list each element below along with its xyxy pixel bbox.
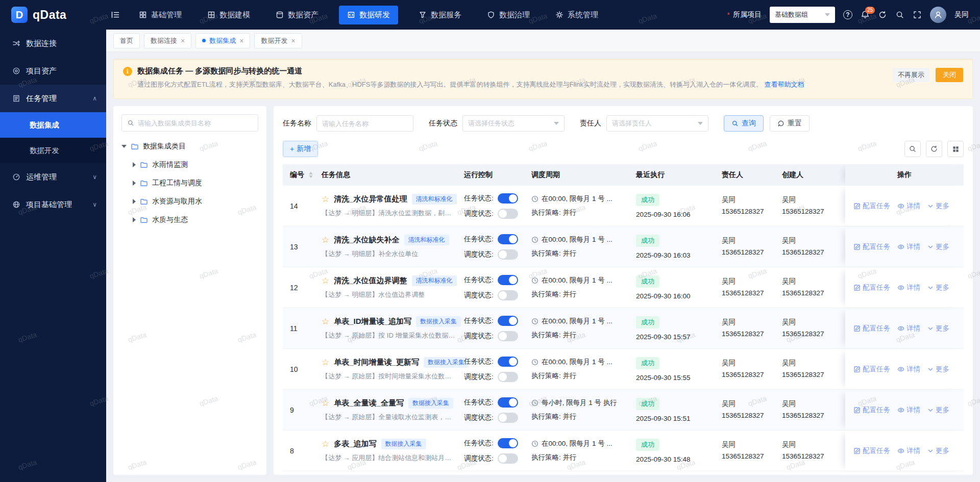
details-link[interactable]: 详情 <box>897 365 920 374</box>
topnav-item-data-assets[interactable]: 数据资产 <box>271 6 324 24</box>
sched-state-toggle[interactable] <box>498 331 518 341</box>
caret-collapsed-icon[interactable] <box>133 181 136 186</box>
close-icon[interactable]: × <box>291 37 295 45</box>
favorite-star-icon[interactable]: ☆ <box>322 275 329 286</box>
task-name[interactable]: 多表_追加写 <box>334 439 376 449</box>
close-banner-button[interactable]: 关闭 <box>936 68 963 82</box>
tab[interactable]: 首页 <box>113 33 140 48</box>
tree-node[interactable]: 工程工情与调度 <box>121 179 258 188</box>
topnav-item-system-mgmt[interactable]: 系统管理 <box>550 6 603 24</box>
sched-state-toggle[interactable] <box>498 372 518 382</box>
sched-state-toggle[interactable] <box>498 209 518 219</box>
details-link[interactable]: 详情 <box>897 324 920 333</box>
tree-root-node[interactable]: 数据集成类目 <box>121 142 258 151</box>
topnav-item-data-modeling[interactable]: 数据建模 <box>202 6 255 24</box>
favorite-star-icon[interactable]: ☆ <box>322 439 329 449</box>
tree-node[interactable]: 水资源与取用水 <box>121 197 258 206</box>
search-icon[interactable] <box>895 10 904 19</box>
task-name[interactable]: 清洗_水位缺失补全 <box>334 235 399 245</box>
sidebar-item-project-assets[interactable]: 项目资产 <box>0 57 106 85</box>
caret-collapsed-icon[interactable] <box>133 217 136 222</box>
close-icon[interactable]: × <box>239 37 243 45</box>
topnav-item-basic-mgmt[interactable]: 基础管理 <box>134 6 187 24</box>
table-refresh-icon[interactable] <box>926 141 942 157</box>
favorite-star-icon[interactable]: ☆ <box>322 194 329 205</box>
task-name[interactable]: 清洗_水位异常值处理 <box>334 194 407 204</box>
more-link[interactable]: 更多 <box>927 324 949 333</box>
task-state-toggle[interactable] <box>498 193 518 204</box>
sidebar-collapse-icon[interactable] <box>110 10 120 20</box>
caret-expanded-icon[interactable] <box>121 145 127 148</box>
configure-task-link[interactable]: 配置任务 <box>853 201 890 211</box>
sidebar-item-data-connection[interactable]: 数据连接 <box>0 30 106 57</box>
sched-state-toggle[interactable] <box>498 453 518 464</box>
sched-state-toggle[interactable] <box>498 290 518 300</box>
more-link[interactable]: 更多 <box>927 405 949 415</box>
details-link[interactable]: 详情 <box>897 405 920 415</box>
configure-task-link[interactable]: 配置任务 <box>853 283 890 292</box>
details-link[interactable]: 详情 <box>897 242 920 251</box>
avatar[interactable] <box>930 7 946 23</box>
sidebar-item-ops-management[interactable]: 运维管理 ∨ <box>0 163 106 191</box>
details-link[interactable]: 详情 <box>897 201 920 211</box>
sched-state-toggle[interactable] <box>498 413 518 423</box>
close-icon[interactable]: × <box>181 37 185 45</box>
notification-bell-icon[interactable]: 25 <box>861 10 870 19</box>
caret-collapsed-icon[interactable] <box>133 162 136 167</box>
task-state-toggle[interactable] <box>498 275 518 285</box>
favorite-star-icon[interactable]: ☆ <box>322 398 329 409</box>
tree-search-input[interactable] <box>138 119 253 127</box>
dismiss-button[interactable]: 不再展示 <box>893 68 929 82</box>
sched-state-toggle[interactable] <box>498 249 518 260</box>
task-status-select[interactable]: 请选择任务状态 <box>462 115 565 132</box>
task-name[interactable]: 清洗_水位值边界调整 <box>334 276 407 286</box>
sidebar-item-data-integration[interactable]: 数据集成 <box>0 112 106 138</box>
configure-task-link[interactable]: 配置任务 <box>853 242 890 251</box>
query-button[interactable]: 查询 <box>724 115 764 132</box>
task-name[interactable]: 单表_ID增量读_追加写 <box>334 317 411 326</box>
topnav-item-data-services[interactable]: 数据服务 <box>413 6 467 24</box>
project-select[interactable]: 基础数据组 <box>770 7 835 23</box>
add-task-button[interactable]: + 新增 <box>283 141 318 157</box>
details-link[interactable]: 详情 <box>897 446 920 455</box>
favorite-star-icon[interactable]: ☆ <box>322 235 329 245</box>
sidebar-item-project-basic-mgmt[interactable]: 项目基础管理 ∨ <box>0 191 106 218</box>
task-state-toggle[interactable] <box>498 397 518 408</box>
task-state-toggle[interactable] <box>498 357 518 367</box>
more-link[interactable]: 更多 <box>927 242 949 251</box>
fullscreen-icon[interactable] <box>913 10 922 19</box>
task-name-input[interactable] <box>316 115 413 132</box>
task-state-toggle[interactable] <box>498 234 518 244</box>
configure-task-link[interactable]: 配置任务 <box>853 446 890 455</box>
configure-task-link[interactable]: 配置任务 <box>853 365 890 374</box>
table-layout-grid-icon[interactable] <box>947 141 964 157</box>
table-search-icon[interactable] <box>904 141 921 157</box>
reset-button[interactable]: 重置 <box>770 115 810 132</box>
task-state-toggle[interactable] <box>498 316 518 326</box>
sidebar-item-data-development[interactable]: 数据开发 <box>0 138 106 163</box>
tab[interactable]: 数据集成 × <box>195 33 250 48</box>
details-link[interactable]: 详情 <box>897 283 920 292</box>
task-state-toggle[interactable] <box>498 438 518 448</box>
username[interactable]: 吴同 <box>954 10 969 19</box>
more-link[interactable]: 更多 <box>927 201 949 211</box>
more-link[interactable]: 更多 <box>927 283 949 292</box>
refresh-icon[interactable] <box>878 10 887 19</box>
tab[interactable]: 数据连接 × <box>144 33 191 48</box>
more-link[interactable]: 更多 <box>927 446 949 455</box>
help-doc-link[interactable]: 查看帮助文档 <box>765 81 804 88</box>
sidebar-item-task-management[interactable]: 任务管理 ∧ <box>0 85 106 112</box>
tree-node[interactable]: 水质与生态 <box>121 215 258 224</box>
task-name[interactable]: 单表_时间增量读_更新写 <box>334 358 419 367</box>
favorite-star-icon[interactable]: ☆ <box>322 316 329 327</box>
tab[interactable]: 数据开发 × <box>254 33 302 48</box>
caret-collapsed-icon[interactable] <box>133 199 136 204</box>
owner-select[interactable]: 请选择责任人 <box>606 115 708 132</box>
configure-task-link[interactable]: 配置任务 <box>853 405 890 415</box>
tree-node[interactable]: 水雨情监测 <box>121 160 258 169</box>
task-name[interactable]: 单表_全量读_全量写 <box>334 398 404 408</box>
favorite-star-icon[interactable]: ☆ <box>322 357 329 368</box>
sort-icon[interactable] <box>309 172 313 178</box>
topnav-item-data-governance[interactable]: 数据治理 <box>482 6 535 24</box>
configure-task-link[interactable]: 配置任务 <box>853 324 890 333</box>
